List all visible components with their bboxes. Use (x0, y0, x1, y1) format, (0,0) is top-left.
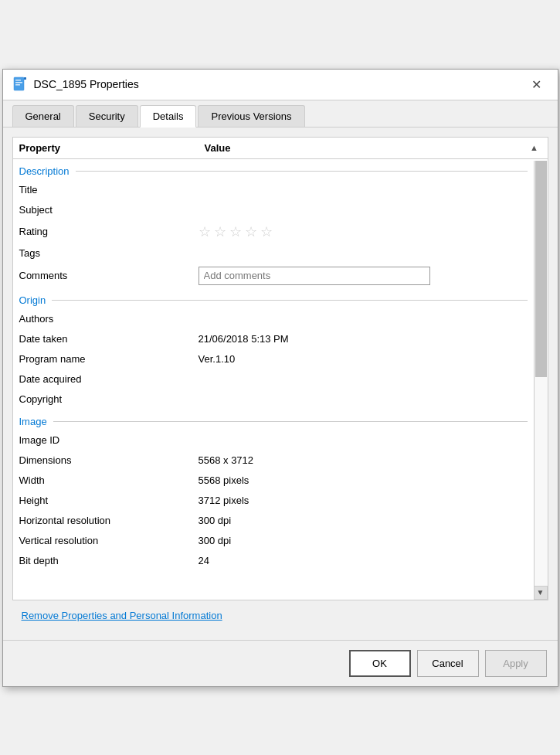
col-header-property: Property (19, 142, 205, 154)
section-description-line (76, 171, 528, 172)
scroll-down-button[interactable]: ▼ (534, 586, 548, 600)
comments-input[interactable] (199, 267, 430, 285)
row-bit-depth: Bit depth 24 (13, 551, 534, 571)
dialog-window: DSC_1895 Properties ✕ General Security D… (2, 69, 558, 687)
title-bar: DSC_1895 Properties ✕ (3, 70, 558, 100)
row-v-res: Vertical resolution 300 dpi (13, 531, 534, 551)
section-image-header: Image (13, 410, 534, 430)
tab-previous-versions[interactable]: Previous Versions (198, 105, 304, 127)
scrollbar-thumb[interactable] (535, 161, 547, 377)
section-description-header: Description (13, 159, 534, 180)
svg-rect-3 (15, 84, 20, 86)
prop-height-value: 3712 pixels (199, 495, 528, 506)
tab-general[interactable]: General (12, 105, 74, 127)
prop-height-name: Height (19, 495, 199, 506)
prop-bit-depth-value: 24 (199, 555, 528, 566)
tab-security[interactable]: Security (76, 105, 138, 127)
row-rating: Rating ☆ ☆ ☆ ☆ ☆ (13, 220, 534, 243)
prop-date-acquired-name: Date acquired (19, 373, 199, 385)
prop-comments-value (199, 267, 528, 285)
remove-properties-link[interactable]: Remove Properties and Personal Informati… (22, 610, 222, 621)
svg-rect-1 (15, 80, 21, 81)
svg-rect-4 (24, 77, 26, 80)
prop-program-name-name: Program name (19, 353, 199, 365)
dialog-footer: OK Cancel Apply (3, 640, 558, 686)
row-comments: Comments (13, 264, 534, 288)
section-image-line (53, 421, 528, 422)
ok-button[interactable]: OK (349, 650, 411, 677)
section-description-label: Description (19, 165, 70, 177)
table-body: Description Title Subject Rating ☆ (13, 159, 534, 597)
row-dimensions: Dimensions 5568 x 3712 (13, 451, 534, 471)
row-authors: Authors (13, 309, 534, 329)
row-tags: Tags (13, 243, 534, 264)
svg-rect-0 (14, 77, 24, 90)
prop-rating-value[interactable]: ☆ ☆ ☆ ☆ ☆ (199, 223, 528, 240)
section-image-label: Image (19, 416, 47, 427)
star-3[interactable]: ☆ (229, 223, 242, 240)
prop-dimensions-name: Dimensions (19, 454, 199, 466)
star-4[interactable]: ☆ (245, 223, 257, 240)
section-origin-label: Origin (19, 294, 46, 306)
prop-bit-depth-name: Bit depth (19, 555, 199, 566)
table-header: Property Value ▲ (13, 138, 548, 159)
section-origin-header: Origin (13, 288, 534, 309)
prop-width-value: 5568 pixels (199, 474, 528, 486)
row-program-name: Program name Ver.1.10 (13, 349, 534, 369)
title-bar-left: DSC_1895 Properties (12, 77, 139, 92)
content-area: Property Value ▲ Description Title Subje… (3, 128, 558, 640)
prop-h-res-value: 300 dpi (199, 515, 528, 526)
prop-title-name: Title (19, 184, 199, 196)
close-button[interactable]: ✕ (525, 73, 548, 96)
prop-date-taken-value: 21/06/2018 5:13 PM (199, 333, 528, 345)
rating-stars[interactable]: ☆ ☆ ☆ ☆ ☆ (199, 223, 528, 240)
prop-image-id-name: Image ID (19, 434, 199, 446)
prop-program-name-value: Ver.1.10 (199, 353, 528, 365)
section-origin-line (52, 300, 527, 301)
col-header-value: Value (205, 142, 528, 154)
row-image-id: Image ID (13, 430, 534, 451)
cancel-button[interactable]: Cancel (417, 650, 479, 677)
apply-button[interactable]: Apply (485, 650, 547, 677)
svg-rect-2 (15, 82, 22, 83)
file-icon (12, 77, 28, 92)
remove-link-row: Remove Properties and Personal Informati… (12, 600, 548, 631)
properties-panel: Property Value ▲ Description Title Subje… (12, 137, 548, 600)
scrollbar-track (534, 161, 548, 586)
prop-rating-name: Rating (19, 226, 199, 237)
row-date-acquired: Date acquired (13, 369, 534, 389)
star-2[interactable]: ☆ (214, 223, 226, 240)
prop-comments-name: Comments (19, 270, 199, 281)
prop-v-res-name: Vertical resolution (19, 535, 199, 546)
scroll-up-arrow[interactable]: ▲ (528, 142, 541, 154)
row-height: Height 3712 pixels (13, 491, 534, 511)
prop-dimensions-value: 5568 x 3712 (199, 454, 528, 466)
star-5[interactable]: ☆ (260, 223, 273, 240)
row-date-taken: Date taken 21/06/2018 5:13 PM (13, 329, 534, 349)
row-width: Width 5568 pixels (13, 471, 534, 491)
prop-authors-name: Authors (19, 313, 199, 325)
prop-copyright-name: Copyright (19, 393, 199, 405)
tabs-bar: General Security Details Previous Versio… (3, 100, 558, 128)
row-subject: Subject (13, 200, 534, 220)
row-h-res: Horizontal resolution 300 dpi (13, 511, 534, 531)
star-1[interactable]: ☆ (199, 223, 211, 240)
window-title: DSC_1895 Properties (34, 78, 139, 90)
row-title: Title (13, 180, 534, 200)
prop-date-taken-name: Date taken (19, 333, 199, 345)
prop-tags-name: Tags (19, 247, 199, 259)
prop-width-name: Width (19, 474, 199, 486)
prop-subject-name: Subject (19, 204, 199, 216)
row-copyright: Copyright (13, 389, 534, 410)
tab-details[interactable]: Details (140, 105, 197, 128)
prop-h-res-name: Horizontal resolution (19, 515, 199, 526)
prop-v-res-value: 300 dpi (199, 535, 528, 546)
